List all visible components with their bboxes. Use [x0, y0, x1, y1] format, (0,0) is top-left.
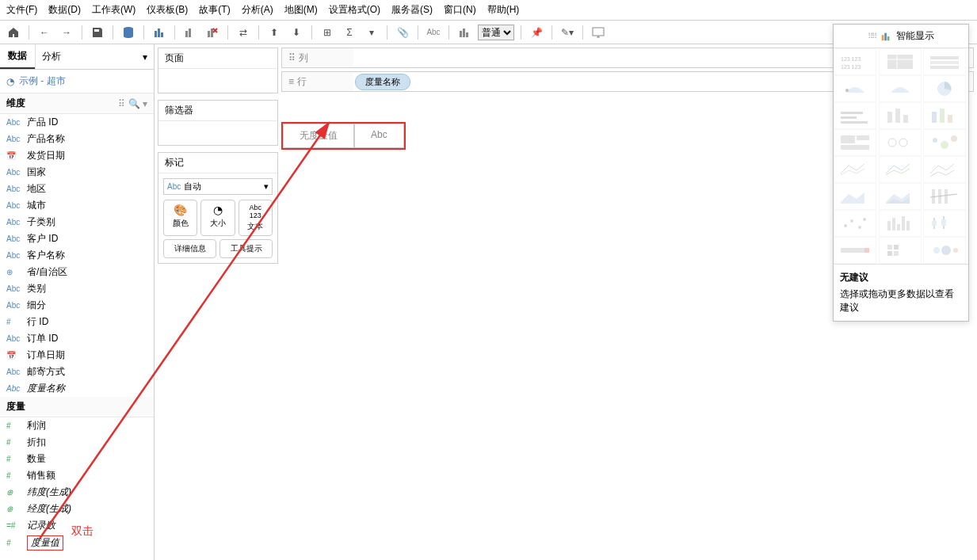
new-worksheet-icon[interactable]: [151, 24, 168, 41]
viz-header-highlight: 无度量值 Abc: [281, 122, 406, 150]
showme-chart-14[interactable]: [923, 156, 966, 183]
field-子类别[interactable]: Abc子类别: [0, 214, 154, 230]
menu-help[interactable]: 帮助(H): [487, 3, 520, 17]
label-icon[interactable]: Abc: [425, 24, 442, 41]
mark-size-button[interactable]: ◔大小: [200, 200, 235, 236]
back-icon[interactable]: ←: [36, 24, 53, 41]
sort-asc-icon[interactable]: ⬆: [265, 24, 283, 41]
duplicate-sheet-icon[interactable]: [181, 24, 199, 41]
menu-data[interactable]: 数据(D): [48, 3, 81, 17]
mark-text-button[interactable]: Abc123文本: [239, 200, 273, 236]
field-经度(生成)[interactable]: ⊕经度(生成): [0, 501, 154, 517]
field-邮寄方式[interactable]: Abc邮寄方式: [0, 364, 154, 380]
mark-detail-button[interactable]: 详细信息: [163, 239, 216, 258]
pin-icon[interactable]: 📌: [528, 24, 545, 41]
field-折扣[interactable]: #折扣: [0, 434, 154, 451]
save-icon[interactable]: [89, 24, 106, 41]
showme-chart-19[interactable]: [879, 210, 922, 237]
showme-chart-20[interactable]: [923, 210, 966, 237]
group-icon[interactable]: ⊞: [319, 24, 336, 41]
field-发货日期[interactable]: 📅发货日期: [0, 147, 154, 164]
showme-chart-21[interactable]: [834, 237, 876, 264]
show-me-panel[interactable]: ⠿⠿ 智能显示 123 123123 123 无建议 选择或拖动更多数据以查看建…: [833, 24, 969, 322]
field-产品名称[interactable]: Abc产品名称: [0, 131, 154, 147]
field-利润[interactable]: #利润: [0, 417, 154, 434]
field-客户名称[interactable]: Abc客户名称: [0, 247, 154, 264]
pages-card[interactable]: 页面: [158, 48, 278, 93]
showme-chart-6[interactable]: [834, 102, 876, 129]
dimensions-list: Abc产品 IDAbc产品名称📅发货日期Abc国家Abc地区Abc城市Abc子类…: [0, 114, 154, 397]
field-订单日期[interactable]: 📅订单日期: [0, 347, 154, 364]
showme-chart-18[interactable]: [834, 210, 876, 237]
showme-chart-16[interactable]: [879, 183, 922, 210]
showme-chart-15[interactable]: [834, 183, 876, 210]
highlight-icon[interactable]: ✎▾: [559, 24, 576, 41]
totals-icon[interactable]: Σ: [341, 24, 358, 41]
showme-chart-2[interactable]: [923, 48, 966, 75]
menu-worksheet[interactable]: 工作表(W): [92, 3, 135, 17]
field-产品 ID[interactable]: Abc产品 ID: [0, 114, 154, 131]
showme-chart-3[interactable]: [834, 75, 876, 102]
showme-chart-5[interactable]: [923, 75, 966, 102]
grip-icon[interactable]: ⠿⠿: [868, 32, 876, 40]
type-icon: ⊕: [6, 268, 22, 276]
menu-format[interactable]: 设置格式(O): [329, 3, 380, 17]
datasource-item[interactable]: ◔ 示例 - 超市: [0, 70, 154, 93]
showme-chart-12[interactable]: [834, 156, 876, 183]
row-pill-measure-names[interactable]: 度量名称: [355, 74, 410, 90]
field-客户 ID[interactable]: Abc客户 ID: [0, 230, 154, 247]
field-订单 ID[interactable]: Abc订单 ID: [0, 330, 154, 347]
type-icon: ⊕: [6, 488, 22, 497]
showme-chart-23[interactable]: [923, 237, 966, 264]
field-行 ID[interactable]: #行 ID: [0, 314, 154, 330]
field-细分[interactable]: Abc细分: [0, 297, 154, 314]
showme-chart-4[interactable]: [879, 75, 922, 102]
sort-desc-icon[interactable]: ⬇: [288, 24, 305, 41]
presentation-icon[interactable]: [590, 24, 607, 41]
menu-file[interactable]: 文件(F): [6, 3, 37, 17]
field-国家[interactable]: Abc国家: [0, 164, 154, 181]
fit-select[interactable]: 普通: [478, 25, 514, 40]
svg-rect-29: [903, 115, 908, 123]
mark-tooltip-button[interactable]: 工具提示: [219, 239, 273, 258]
showme-chart-22[interactable]: [879, 237, 922, 264]
menu-analysis[interactable]: 分析(A): [242, 3, 273, 17]
home-icon[interactable]: [5, 24, 22, 41]
field-类别[interactable]: Abc类别: [0, 280, 154, 297]
clear-sheet-icon[interactable]: [204, 24, 221, 41]
filters-card[interactable]: 筛选器: [158, 100, 278, 146]
tab-data[interactable]: 数据: [0, 44, 35, 69]
menu-window[interactable]: 窗口(N): [444, 3, 476, 17]
field-数量[interactable]: #数量: [0, 451, 154, 467]
showme-chart-8[interactable]: [923, 102, 966, 129]
showme-chart-9[interactable]: [834, 129, 876, 156]
showme-chart-13[interactable]: [879, 156, 922, 183]
menu-story[interactable]: 故事(T): [199, 3, 230, 17]
showme-chart-0[interactable]: 123 123123 123: [834, 48, 876, 75]
tab-analysis[interactable]: 分析▾: [35, 44, 154, 69]
field-城市[interactable]: Abc城市: [0, 197, 154, 214]
menu-server[interactable]: 服务器(S): [391, 3, 433, 17]
new-datasource-icon[interactable]: [120, 24, 137, 41]
mark-type-select[interactable]: Abc自动▾: [163, 178, 273, 195]
swap-icon[interactable]: ⇄: [235, 24, 252, 41]
svg-point-38: [933, 138, 937, 143]
showme-chart-17[interactable]: [923, 183, 966, 210]
type-icon: Abc: [6, 334, 22, 343]
fit-icon[interactable]: [456, 24, 473, 41]
showme-chart-10[interactable]: [879, 129, 922, 156]
menu-dashboard[interactable]: 仪表板(B): [147, 3, 188, 17]
field-度量名称[interactable]: Abc度量名称: [0, 380, 154, 397]
showme-chart-11[interactable]: [923, 129, 966, 156]
showme-chart-1[interactable]: [879, 48, 922, 75]
field-纬度(生成)[interactable]: ⊕纬度(生成): [0, 484, 154, 501]
attach-icon[interactable]: 📎: [394, 24, 411, 41]
menu-map[interactable]: 地图(M): [284, 3, 318, 17]
forward-icon[interactable]: →: [58, 24, 75, 41]
mark-color-button[interactable]: 🎨颜色: [163, 200, 197, 236]
field-省/自治区[interactable]: ⊕省/自治区: [0, 264, 154, 280]
field-销售额[interactable]: #销售额: [0, 467, 154, 484]
field-地区[interactable]: Abc地区: [0, 181, 154, 197]
highlight-dropdown-icon[interactable]: ▾: [363, 24, 380, 41]
showme-chart-7[interactable]: [879, 102, 922, 129]
